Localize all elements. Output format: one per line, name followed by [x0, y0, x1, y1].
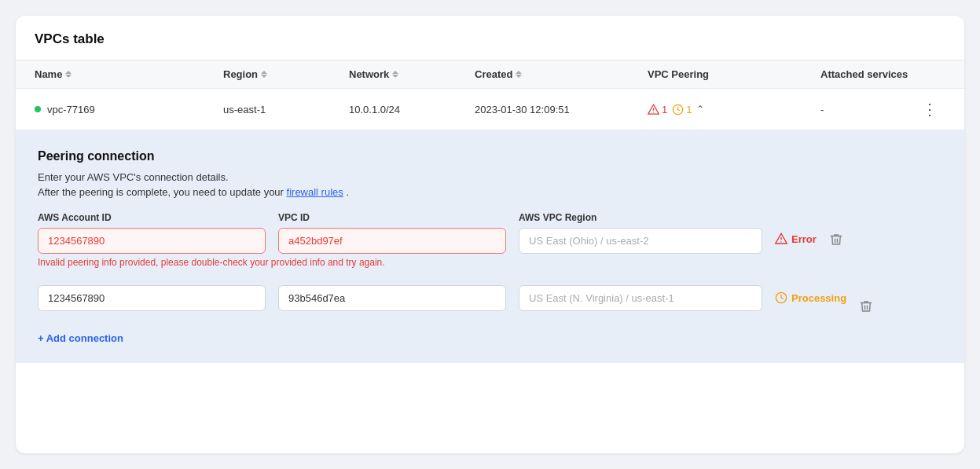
sort-name-icon[interactable]	[65, 71, 72, 78]
peering-desc1: Enter your AWS VPC's connection details.	[38, 171, 942, 183]
col-attached-services: Attached services	[820, 68, 945, 80]
peering-section: Peering connection Enter your AWS VPC's …	[16, 130, 964, 363]
col-network: Network	[349, 68, 475, 80]
region-cell: us-east-1	[223, 104, 349, 115]
connection-row-2: Processing	[38, 279, 942, 317]
delete-connection-1-button[interactable]	[829, 212, 843, 250]
peering-title: Peering connection	[38, 149, 942, 163]
created-cell: 2023-01-30 12:09:51	[475, 104, 648, 115]
col-region: Region	[223, 68, 349, 80]
error-status-badge: Error	[775, 233, 817, 245]
col-vpc-peering: VPC Peering	[648, 68, 820, 80]
status-area-1: Error	[775, 212, 817, 245]
account-id-group-1: AWS Account ID	[38, 212, 266, 254]
account-id-input-1[interactable]	[38, 228, 266, 254]
table-row: vpc-77169 us-east-1 10.0.1.0/24 2023-01-…	[16, 89, 964, 130]
region-input-1[interactable]	[519, 228, 762, 254]
clock-icon	[672, 104, 684, 115]
sort-region-icon[interactable]	[261, 71, 267, 78]
vpc-id-input-2[interactable]	[278, 285, 506, 311]
svg-point-1	[653, 112, 654, 112]
trash-icon-2	[859, 299, 873, 313]
account-id-label-1: AWS Account ID	[38, 212, 266, 223]
peering-warn-badge: 1	[648, 104, 667, 115]
attached-services-cell: -	[820, 104, 914, 115]
table-header: Name Region Network Created	[16, 60, 964, 89]
processing-clock-icon	[775, 291, 787, 304]
col-created: Created	[475, 68, 648, 80]
vpc-id-label-1: VPC ID	[278, 212, 506, 223]
peering-clock-badge: 1	[672, 104, 692, 115]
region-input-2[interactable]	[519, 285, 762, 311]
row-menu-button[interactable]: ⋮	[914, 100, 945, 119]
svg-point-4	[780, 241, 781, 242]
sort-created-icon[interactable]	[516, 71, 522, 78]
delete-connection-2-button[interactable]	[859, 279, 873, 317]
error-warning-icon	[775, 233, 787, 245]
add-connection-button[interactable]: + Add connection	[38, 332, 942, 344]
region-label-1: AWS VPC Region	[519, 212, 762, 223]
warning-icon	[648, 104, 659, 115]
peering-chevron-up-icon[interactable]: ⌃	[696, 104, 704, 115]
page-title: VPCs table	[16, 16, 964, 60]
status-active-dot	[35, 106, 41, 112]
col-name: Name	[35, 68, 223, 80]
firewall-rules-link[interactable]: firewall rules	[287, 186, 343, 198]
region-group-1: AWS VPC Region	[519, 212, 762, 254]
connection-row-1: AWS Account ID VPC ID AWS VPC Region	[38, 212, 942, 254]
vpc-id-input-1[interactable]	[278, 228, 506, 254]
network-cell: 10.0.1.0/24	[349, 104, 475, 115]
vpc-id-group-1: VPC ID	[278, 212, 506, 254]
account-id-input-2[interactable]	[38, 285, 266, 311]
processing-status-badge: Processing	[775, 291, 846, 304]
sort-network-icon[interactable]	[392, 71, 398, 78]
vpc-name-cell: vpc-77169	[35, 104, 223, 115]
vpcs-card: VPCs table Name Region Network Created	[16, 16, 964, 453]
peering-desc2: After the peering is complete, you need …	[38, 186, 942, 198]
error-message-1: Invalid peering info provided, please do…	[38, 257, 942, 268]
peering-badges-cell: 1 1 ⌃	[648, 104, 820, 115]
trash-icon	[829, 233, 843, 247]
